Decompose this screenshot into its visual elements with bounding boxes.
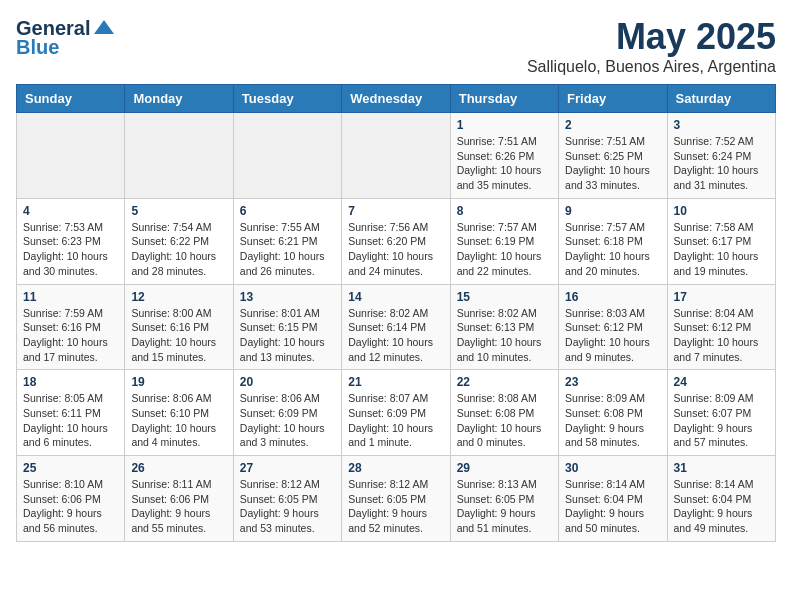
day-number: 27 (240, 461, 335, 475)
day-number: 12 (131, 290, 226, 304)
calendar-cell (342, 113, 450, 199)
day-number: 31 (674, 461, 769, 475)
day-number: 20 (240, 375, 335, 389)
day-info: Sunrise: 8:11 AM Sunset: 6:06 PM Dayligh… (131, 477, 226, 536)
calendar-table: SundayMondayTuesdayWednesdayThursdayFrid… (16, 84, 776, 542)
calendar-cell: 3Sunrise: 7:52 AM Sunset: 6:24 PM Daylig… (667, 113, 775, 199)
calendar-week-row: 25Sunrise: 8:10 AM Sunset: 6:06 PM Dayli… (17, 456, 776, 542)
calendar-cell: 12Sunrise: 8:00 AM Sunset: 6:16 PM Dayli… (125, 284, 233, 370)
day-number: 18 (23, 375, 118, 389)
calendar-cell: 5Sunrise: 7:54 AM Sunset: 6:22 PM Daylig… (125, 198, 233, 284)
day-info: Sunrise: 8:10 AM Sunset: 6:06 PM Dayligh… (23, 477, 118, 536)
calendar-week-row: 11Sunrise: 7:59 AM Sunset: 6:16 PM Dayli… (17, 284, 776, 370)
calendar-cell: 29Sunrise: 8:13 AM Sunset: 6:05 PM Dayli… (450, 456, 558, 542)
calendar-cell: 24Sunrise: 8:09 AM Sunset: 6:07 PM Dayli… (667, 370, 775, 456)
day-number: 5 (131, 204, 226, 218)
calendar-week-row: 1Sunrise: 7:51 AM Sunset: 6:26 PM Daylig… (17, 113, 776, 199)
logo-blue-text: Blue (16, 36, 59, 59)
day-info: Sunrise: 8:03 AM Sunset: 6:12 PM Dayligh… (565, 306, 660, 365)
day-info: Sunrise: 8:13 AM Sunset: 6:05 PM Dayligh… (457, 477, 552, 536)
day-info: Sunrise: 8:12 AM Sunset: 6:05 PM Dayligh… (240, 477, 335, 536)
logo: General Blue (16, 16, 116, 59)
calendar-cell: 26Sunrise: 8:11 AM Sunset: 6:06 PM Dayli… (125, 456, 233, 542)
day-info: Sunrise: 8:06 AM Sunset: 6:09 PM Dayligh… (240, 391, 335, 450)
weekday-header: Monday (125, 85, 233, 113)
day-number: 2 (565, 118, 660, 132)
calendar-cell: 15Sunrise: 8:02 AM Sunset: 6:13 PM Dayli… (450, 284, 558, 370)
day-info: Sunrise: 8:06 AM Sunset: 6:10 PM Dayligh… (131, 391, 226, 450)
calendar-cell: 1Sunrise: 7:51 AM Sunset: 6:26 PM Daylig… (450, 113, 558, 199)
day-number: 19 (131, 375, 226, 389)
calendar-week-row: 18Sunrise: 8:05 AM Sunset: 6:11 PM Dayli… (17, 370, 776, 456)
day-info: Sunrise: 7:51 AM Sunset: 6:25 PM Dayligh… (565, 134, 660, 193)
day-number: 16 (565, 290, 660, 304)
weekday-header: Thursday (450, 85, 558, 113)
day-info: Sunrise: 8:02 AM Sunset: 6:14 PM Dayligh… (348, 306, 443, 365)
calendar-cell: 23Sunrise: 8:09 AM Sunset: 6:08 PM Dayli… (559, 370, 667, 456)
svg-marker-0 (94, 20, 114, 34)
day-number: 25 (23, 461, 118, 475)
day-info: Sunrise: 7:51 AM Sunset: 6:26 PM Dayligh… (457, 134, 552, 193)
weekday-header: Sunday (17, 85, 125, 113)
day-info: Sunrise: 7:58 AM Sunset: 6:17 PM Dayligh… (674, 220, 769, 279)
day-info: Sunrise: 7:55 AM Sunset: 6:21 PM Dayligh… (240, 220, 335, 279)
calendar-cell: 14Sunrise: 8:02 AM Sunset: 6:14 PM Dayli… (342, 284, 450, 370)
calendar-cell: 8Sunrise: 7:57 AM Sunset: 6:19 PM Daylig… (450, 198, 558, 284)
day-info: Sunrise: 8:02 AM Sunset: 6:13 PM Dayligh… (457, 306, 552, 365)
day-info: Sunrise: 7:57 AM Sunset: 6:18 PM Dayligh… (565, 220, 660, 279)
calendar-cell (17, 113, 125, 199)
calendar-cell: 4Sunrise: 7:53 AM Sunset: 6:23 PM Daylig… (17, 198, 125, 284)
logo-icon (92, 16, 116, 40)
day-info: Sunrise: 8:00 AM Sunset: 6:16 PM Dayligh… (131, 306, 226, 365)
day-info: Sunrise: 7:57 AM Sunset: 6:19 PM Dayligh… (457, 220, 552, 279)
location-subtitle: Salliquelo, Buenos Aires, Argentina (527, 58, 776, 76)
calendar-cell: 20Sunrise: 8:06 AM Sunset: 6:09 PM Dayli… (233, 370, 341, 456)
calendar-cell: 22Sunrise: 8:08 AM Sunset: 6:08 PM Dayli… (450, 370, 558, 456)
day-info: Sunrise: 8:14 AM Sunset: 6:04 PM Dayligh… (565, 477, 660, 536)
calendar-cell: 28Sunrise: 8:12 AM Sunset: 6:05 PM Dayli… (342, 456, 450, 542)
calendar-cell: 17Sunrise: 8:04 AM Sunset: 6:12 PM Dayli… (667, 284, 775, 370)
day-number: 29 (457, 461, 552, 475)
calendar-cell: 13Sunrise: 8:01 AM Sunset: 6:15 PM Dayli… (233, 284, 341, 370)
day-number: 4 (23, 204, 118, 218)
day-number: 1 (457, 118, 552, 132)
day-info: Sunrise: 8:09 AM Sunset: 6:08 PM Dayligh… (565, 391, 660, 450)
weekday-header: Wednesday (342, 85, 450, 113)
calendar-cell: 2Sunrise: 7:51 AM Sunset: 6:25 PM Daylig… (559, 113, 667, 199)
calendar-cell: 16Sunrise: 8:03 AM Sunset: 6:12 PM Dayli… (559, 284, 667, 370)
calendar-cell: 21Sunrise: 8:07 AM Sunset: 6:09 PM Dayli… (342, 370, 450, 456)
day-info: Sunrise: 7:52 AM Sunset: 6:24 PM Dayligh… (674, 134, 769, 193)
day-number: 23 (565, 375, 660, 389)
day-number: 15 (457, 290, 552, 304)
calendar-cell: 18Sunrise: 8:05 AM Sunset: 6:11 PM Dayli… (17, 370, 125, 456)
calendar-cell (125, 113, 233, 199)
calendar-cell: 27Sunrise: 8:12 AM Sunset: 6:05 PM Dayli… (233, 456, 341, 542)
title-block: May 2025 Salliquelo, Buenos Aires, Argen… (527, 16, 776, 76)
day-info: Sunrise: 8:09 AM Sunset: 6:07 PM Dayligh… (674, 391, 769, 450)
calendar-cell: 31Sunrise: 8:14 AM Sunset: 6:04 PM Dayli… (667, 456, 775, 542)
weekday-header: Tuesday (233, 85, 341, 113)
calendar-cell: 25Sunrise: 8:10 AM Sunset: 6:06 PM Dayli… (17, 456, 125, 542)
day-number: 26 (131, 461, 226, 475)
day-info: Sunrise: 8:07 AM Sunset: 6:09 PM Dayligh… (348, 391, 443, 450)
day-number: 11 (23, 290, 118, 304)
day-number: 22 (457, 375, 552, 389)
day-info: Sunrise: 7:53 AM Sunset: 6:23 PM Dayligh… (23, 220, 118, 279)
day-number: 13 (240, 290, 335, 304)
day-number: 3 (674, 118, 769, 132)
page-header: General Blue May 2025 Salliquelo, Buenos… (16, 16, 776, 76)
day-info: Sunrise: 8:01 AM Sunset: 6:15 PM Dayligh… (240, 306, 335, 365)
day-info: Sunrise: 8:14 AM Sunset: 6:04 PM Dayligh… (674, 477, 769, 536)
calendar-cell (233, 113, 341, 199)
day-number: 9 (565, 204, 660, 218)
day-number: 10 (674, 204, 769, 218)
day-info: Sunrise: 8:05 AM Sunset: 6:11 PM Dayligh… (23, 391, 118, 450)
day-info: Sunrise: 7:54 AM Sunset: 6:22 PM Dayligh… (131, 220, 226, 279)
calendar-header-row: SundayMondayTuesdayWednesdayThursdayFrid… (17, 85, 776, 113)
calendar-cell: 19Sunrise: 8:06 AM Sunset: 6:10 PM Dayli… (125, 370, 233, 456)
day-info: Sunrise: 7:56 AM Sunset: 6:20 PM Dayligh… (348, 220, 443, 279)
day-number: 8 (457, 204, 552, 218)
calendar-cell: 9Sunrise: 7:57 AM Sunset: 6:18 PM Daylig… (559, 198, 667, 284)
day-info: Sunrise: 8:12 AM Sunset: 6:05 PM Dayligh… (348, 477, 443, 536)
day-number: 28 (348, 461, 443, 475)
